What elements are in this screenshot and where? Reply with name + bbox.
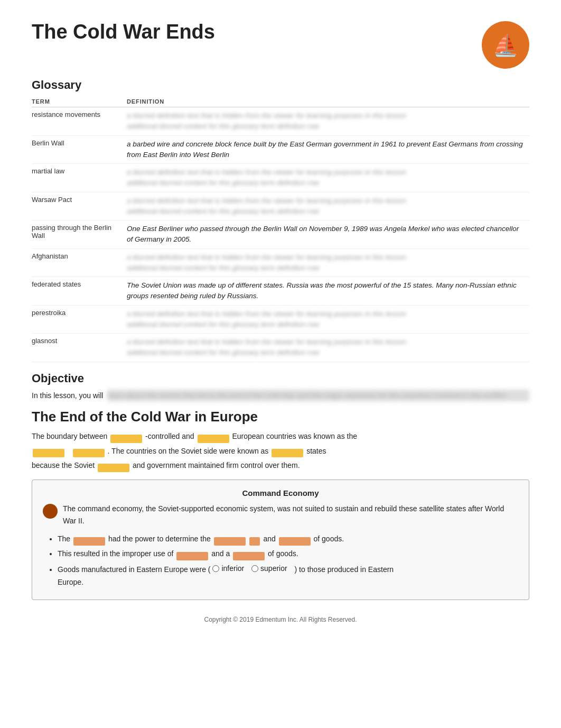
ship-icon: ⛵ (492, 33, 519, 58)
blank-b2-1 (176, 552, 208, 560)
para1-start: The boundary between (32, 432, 109, 440)
para1-mid: -controlled and (145, 432, 197, 440)
dot-icon (43, 504, 58, 519)
blank-3 (33, 449, 64, 457)
command-intro: The command economy, the Soviet-supporte… (43, 503, 518, 527)
bullet-2: This resulted in the improper use of and… (58, 548, 518, 560)
glossary-row: Berlin Walla barbed wire and concrete bl… (32, 135, 529, 164)
objective-intro: In this lesson, you will (32, 390, 103, 401)
blank-1 (110, 435, 142, 443)
glossary-definition: a blurred definition text that is hidden… (127, 164, 529, 192)
glossary-row: federated statesThe Soviet Union was mad… (32, 277, 529, 306)
glossary-row: resistance movementsa blurred definition… (32, 107, 529, 136)
bullet-3: Goods manufactured in Eastern Europe wer… (58, 563, 518, 589)
glossary-row: martial lawa blurred definition text tha… (32, 164, 529, 192)
blank-b1-2 (214, 537, 246, 546)
command-economy-box: Command Economy The command economy, the… (32, 480, 529, 600)
objective-section: Objective In this lesson, you will learn… (32, 372, 529, 401)
glossary-definition: a blurred definition text that is hidden… (127, 305, 529, 334)
para2: . The countries on the Soviet side were … (32, 445, 529, 458)
main-section: The End of the Cold War in Europe The bo… (32, 409, 529, 600)
b3-before: Goods manufactured in Eastern Europe wer… (58, 565, 212, 574)
blank-b1-4 (279, 537, 311, 546)
objective-heading: Objective (32, 372, 529, 385)
glossary-heading: Glossary (32, 78, 529, 92)
glossary-term: federated states (32, 277, 127, 306)
glossary-definition: a blurred definition text that is hidden… (127, 192, 529, 220)
blank-b2-2 (233, 552, 265, 560)
header: The Cold War Ends ⛵ (32, 21, 529, 69)
footer: Copyright © 2019 Edmentum Inc. All Right… (32, 616, 529, 623)
page-title: The Cold War Ends (32, 21, 215, 43)
blank-5 (272, 449, 303, 457)
glossary-definition: One East Berliner who passed through the… (127, 220, 529, 249)
radio-inferior-label: inferior (221, 563, 244, 575)
para1: The boundary between -controlled and Eur… (32, 430, 529, 443)
glossary-term: martial law (32, 164, 127, 192)
glossary-term: glasnost (32, 334, 127, 362)
command-intro-text: The command economy, the Soviet-supporte… (63, 503, 518, 527)
b1-before: The (58, 535, 72, 543)
b1-mid1: had the power to determine the (108, 535, 213, 543)
glossary-row: Warsaw Pacta blurred definition text tha… (32, 192, 529, 220)
blank-2 (198, 435, 229, 443)
para2-end: states (306, 447, 326, 455)
para2-mid: . The countries on the Soviet side were … (108, 447, 271, 455)
glossary-definition: a blurred definition text that is hidden… (127, 248, 529, 277)
bullet-list: The had the power to determine the and o… (43, 533, 518, 589)
bullet-1: The had the power to determine the and o… (58, 533, 518, 546)
blank-b1-3 (249, 537, 260, 546)
blank-6 (98, 464, 129, 472)
para3-end: and government maintained firm control o… (133, 461, 300, 469)
glossary-definition: a blurred definition text that is hidden… (127, 334, 529, 362)
para1-end: European countries was known as the (232, 432, 357, 440)
copyright: Copyright © 2019 Edmentum Inc. All Right… (204, 616, 357, 623)
radio-superior[interactable]: superior (251, 563, 287, 575)
b3-after2: Europe. (58, 578, 83, 586)
glossary-row: perestroikaa blurred definition text tha… (32, 305, 529, 334)
blank-b1-1 (73, 537, 105, 546)
glossary-row: Afghanistana blurred definition text tha… (32, 248, 529, 277)
glossary-term: resistance movements (32, 107, 127, 136)
b2-after: of goods. (268, 549, 298, 558)
radio-inferior[interactable]: inferior (212, 563, 244, 575)
blank-4 (73, 449, 105, 457)
glossary-term: Berlin Wall (32, 135, 127, 164)
b2-mid: and a (211, 549, 232, 558)
glossary-section: Glossary TERM DEFINITION resistance move… (32, 78, 529, 362)
col-def-header: DEFINITION (127, 96, 529, 107)
objective-blurred: learn about the events that led to the e… (107, 390, 529, 401)
col-term-header: TERM (32, 96, 127, 107)
glossary-term: Warsaw Pact (32, 192, 127, 220)
radio-dot-superior (251, 565, 258, 572)
main-section-heading: The End of the Cold War in Europe (32, 409, 529, 425)
para3-start: because the Soviet (32, 461, 97, 469)
b3-after: ) to those produced in Eastern (295, 565, 394, 574)
radio-superior-label: superior (260, 563, 287, 575)
glossary-table: TERM DEFINITION resistance movementsa bl… (32, 96, 529, 362)
b1-mid3: and (263, 535, 277, 543)
logo-circle: ⛵ (482, 21, 529, 69)
objective-text: In this lesson, you will learn about the… (32, 390, 529, 401)
radio-dot-inferior (212, 565, 219, 572)
command-box-title: Command Economy (43, 489, 518, 497)
b1-after: of goods. (314, 535, 344, 543)
b2-before: This resulted in the improper use of (58, 549, 175, 558)
para3: because the Soviet and government mainta… (32, 459, 529, 472)
glossary-term: Afghanistan (32, 248, 127, 277)
glossary-term: passing through the Berlin Wall (32, 220, 127, 249)
glossary-definition: a barbed wire and concrete block fence b… (127, 135, 529, 164)
glossary-definition: a blurred definition text that is hidden… (127, 107, 529, 136)
glossary-term: perestroika (32, 305, 127, 334)
glossary-row: glasnosta blurred definition text that i… (32, 334, 529, 362)
glossary-definition: The Soviet Union was made up of differen… (127, 277, 529, 306)
glossary-row: passing through the Berlin WallOne East … (32, 220, 529, 249)
